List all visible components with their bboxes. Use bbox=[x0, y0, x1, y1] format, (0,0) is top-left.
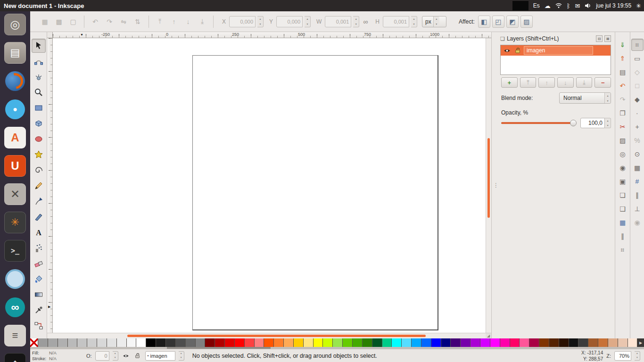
star-tool[interactable] bbox=[32, 148, 46, 162]
palette-swatch[interactable] bbox=[353, 338, 362, 347]
layer-visibility-toggle-icon[interactable] bbox=[122, 352, 130, 360]
text-tool[interactable]: A bbox=[32, 225, 46, 239]
palette-swatch[interactable] bbox=[598, 338, 608, 347]
palette-swatch[interactable] bbox=[225, 338, 234, 347]
no-color-swatch[interactable] bbox=[30, 338, 38, 347]
export-icon[interactable]: ⇑ bbox=[617, 52, 629, 65]
palette-swatch[interactable] bbox=[618, 338, 627, 347]
cloud-sync-icon[interactable]: ☁ bbox=[545, 3, 551, 9]
palette-swatch[interactable] bbox=[578, 338, 588, 347]
palette-swatch[interactable] bbox=[392, 338, 401, 347]
lower-to-bottom-button[interactable]: ⤓ bbox=[196, 16, 208, 28]
dock-resize-handle[interactable]: ⋮ bbox=[492, 32, 500, 338]
raise-layer-button[interactable]: ↑ bbox=[538, 77, 555, 88]
node-editor-tool[interactable] bbox=[32, 54, 46, 68]
zoom-steppers[interactable]: ▴▾ bbox=[635, 351, 640, 361]
print-icon[interactable]: ▤ bbox=[617, 66, 629, 78]
opacity-slider[interactable] bbox=[501, 119, 577, 127]
palette-swatch[interactable] bbox=[628, 338, 637, 347]
tray-dark-indicator[interactable] bbox=[512, 1, 528, 10]
arduino-app-button[interactable]: ∞ bbox=[4, 296, 26, 318]
fill-stroke-indicator[interactable]: Fill:N/A Stroke:N/A bbox=[32, 350, 83, 362]
palette-swatch[interactable] bbox=[323, 338, 332, 347]
guides-toggle-icon[interactable]: ∥ bbox=[617, 230, 629, 242]
palette-swatch[interactable] bbox=[136, 338, 146, 347]
pencil-tool[interactable] bbox=[32, 179, 46, 193]
x-field[interactable]: 0,000 bbox=[229, 16, 256, 27]
bluetooth-icon[interactable]: ᛒ bbox=[567, 3, 570, 9]
layer-dropdown-arrows[interactable]: ▴▾ bbox=[179, 351, 184, 361]
lock-width-height-icon[interactable]: ∞ bbox=[361, 16, 370, 28]
paste-icon[interactable]: ▨ bbox=[617, 134, 629, 147]
palette-swatch[interactable] bbox=[343, 338, 352, 347]
snap-guides-icon[interactable]: ∥ bbox=[631, 189, 644, 201]
palette-swatch[interactable] bbox=[77, 338, 87, 347]
palette-swatch[interactable] bbox=[314, 338, 323, 347]
palette-swatch[interactable] bbox=[196, 338, 205, 347]
units-dropdown[interactable]: px ▴▾ bbox=[422, 16, 446, 27]
palette-swatch[interactable] bbox=[205, 338, 215, 347]
session-gear-icon[interactable]: ✳ bbox=[636, 3, 641, 9]
palette-swatch[interactable] bbox=[372, 338, 382, 347]
vertical-scrollbar[interactable] bbox=[486, 38, 491, 333]
palette-swatch[interactable] bbox=[402, 338, 411, 347]
layer-lock-icon[interactable] bbox=[513, 46, 522, 55]
opacity-slider-thumb[interactable] bbox=[570, 120, 577, 126]
ubuntu-one-button[interactable]: U bbox=[4, 155, 26, 177]
affect-gradients-button[interactable]: ◩ bbox=[506, 16, 519, 28]
printer-app-button[interactable]: ≡ bbox=[4, 325, 26, 346]
terminal-app-button[interactable]: >_ bbox=[4, 240, 26, 262]
snap-cusp-nodes-icon[interactable]: % bbox=[631, 134, 644, 147]
y-field-steppers[interactable]: ▴▾ bbox=[305, 16, 311, 27]
zoom-drawing-icon[interactable]: ◉ bbox=[617, 162, 629, 174]
system-settings-button[interactable]: ✕ bbox=[4, 183, 26, 205]
palette-swatch[interactable] bbox=[412, 338, 421, 347]
ellipse-tool[interactable] bbox=[32, 132, 46, 146]
canvas-viewport[interactable] bbox=[53, 38, 486, 333]
grid-toggle-icon[interactable]: ▦ bbox=[617, 216, 629, 229]
snap-paths-icon[interactable]: ∙ bbox=[631, 107, 644, 119]
import-icon[interactable]: ⇓ bbox=[617, 39, 629, 51]
gear-app-button[interactable]: ✳ bbox=[4, 212, 26, 233]
snap-enable-icon[interactable]: ⌗ bbox=[631, 39, 644, 51]
current-layer-dropdown[interactable]: ▪ imagen bbox=[145, 351, 175, 361]
snap-midpoints-icon[interactable]: ⊙ bbox=[631, 148, 644, 160]
software-center-button[interactable]: A bbox=[4, 127, 26, 148]
panel-minimize-button[interactable]: ⊟ bbox=[596, 35, 603, 42]
palette-swatch[interactable] bbox=[333, 338, 342, 347]
palette-scroll-arrow[interactable]: ▶ bbox=[637, 338, 644, 347]
layer-lock-toggle-icon[interactable] bbox=[133, 352, 142, 360]
palette-swatch[interactable] bbox=[529, 338, 539, 347]
palette-swatch[interactable] bbox=[500, 338, 510, 347]
eraser-tool[interactable] bbox=[32, 256, 46, 271]
palette-swatch[interactable] bbox=[510, 338, 520, 347]
layer-row[interactable]: imagen bbox=[501, 45, 611, 56]
palette-swatch[interactable] bbox=[421, 338, 431, 347]
rectangle-tool[interactable] bbox=[32, 101, 46, 115]
palette-swatch[interactable] bbox=[264, 338, 273, 347]
h-field[interactable]: 0,001 bbox=[383, 16, 409, 27]
panel-close-button[interactable]: ⊠ bbox=[604, 35, 611, 42]
cut-icon[interactable]: ✂ bbox=[617, 121, 629, 133]
blue-app-button[interactable]: ● bbox=[4, 99, 26, 120]
palette-swatch[interactable] bbox=[215, 338, 224, 347]
palette-swatch[interactable] bbox=[186, 338, 195, 347]
snap-page-border-icon[interactable]: ⊥ bbox=[631, 203, 644, 215]
vertical-scrollbar-thumb[interactable] bbox=[487, 138, 490, 218]
object-opacity-spinbox[interactable]: 0 bbox=[95, 351, 109, 361]
opacity-steppers[interactable]: ▴▾ bbox=[605, 118, 611, 128]
select-all-layers-button[interactable]: ▩ bbox=[53, 16, 65, 28]
keyboard-layout-indicator[interactable]: Es bbox=[533, 2, 540, 9]
palette-swatch[interactable] bbox=[58, 338, 67, 347]
horizontal-scrollbar-thumb[interactable] bbox=[127, 335, 426, 337]
lower-layer-button[interactable]: ↓ bbox=[557, 77, 574, 88]
palette-swatch[interactable] bbox=[107, 338, 116, 347]
paint-bucket-tool[interactable] bbox=[32, 272, 46, 286]
palette-swatch[interactable] bbox=[255, 338, 264, 347]
h-field-steppers[interactable]: ▴▾ bbox=[411, 16, 417, 27]
zoom-selection-icon[interactable]: ◎ bbox=[617, 148, 629, 160]
copy-icon[interactable]: ❐ bbox=[617, 107, 629, 119]
undo-icon[interactable]: ↶ bbox=[617, 80, 629, 92]
snap-grid-icon[interactable]: # bbox=[631, 175, 644, 188]
w-field-steppers[interactable]: ▴▾ bbox=[353, 16, 359, 27]
